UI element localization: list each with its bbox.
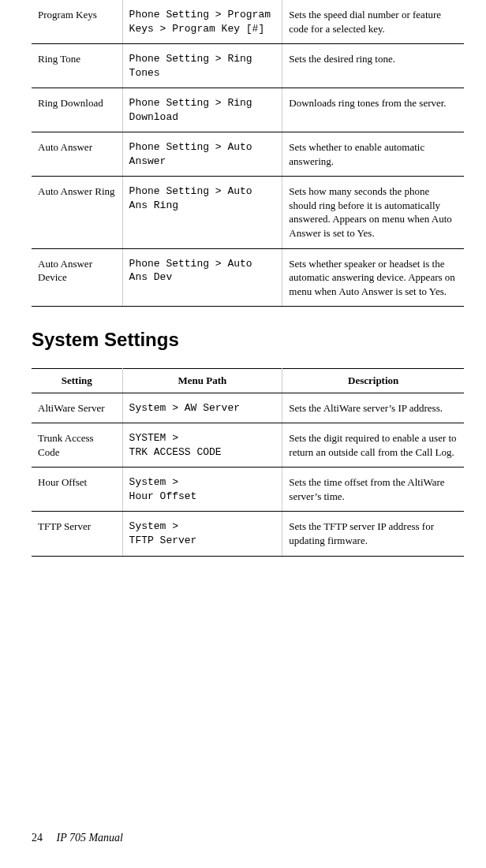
setting-description: Downloads ring tones from the server. bbox=[282, 88, 464, 132]
setting-description: Sets the speed dial number or feature co… bbox=[282, 0, 464, 44]
system-settings-table: Setting Menu Path Description AltiWare S… bbox=[32, 368, 464, 556]
setting-name: Hour Offset bbox=[32, 468, 122, 512]
menu-path: System > AW Server bbox=[122, 393, 282, 423]
setting-description: Sets the time offset from the AltiWare s… bbox=[282, 468, 464, 512]
menu-path: System > Hour Offset bbox=[122, 468, 282, 512]
menu-path: Phone Setting > Auto Ans Ring bbox=[122, 177, 282, 248]
header-description: Description bbox=[282, 369, 464, 393]
setting-name: TFTP Server bbox=[32, 512, 122, 556]
setting-description: Sets the TFTP server IP address for upda… bbox=[282, 512, 464, 556]
menu-path: Phone Setting > Ring Download bbox=[122, 88, 282, 132]
setting-description: Sets how many seconds the phone should r… bbox=[282, 177, 464, 248]
setting-description: Sets the digit required to enable a user… bbox=[282, 423, 464, 468]
menu-path: Phone Setting > Ring Tones bbox=[122, 44, 282, 88]
setting-name: Auto Answer Device bbox=[32, 248, 122, 307]
table-row: Ring Tone Phone Setting > Ring Tones Set… bbox=[32, 44, 464, 88]
table-header-row: Setting Menu Path Description bbox=[32, 369, 464, 393]
header-setting: Setting bbox=[32, 369, 122, 393]
menu-path: SYSTEM > TRK ACCESS CODE bbox=[122, 423, 282, 468]
phone-settings-table-continued: Program Keys Phone Setting > Program Key… bbox=[32, 0, 464, 307]
menu-path: Phone Setting > Auto Answer bbox=[122, 132, 282, 177]
setting-name: Auto Answer bbox=[32, 132, 122, 177]
table-row: Auto Answer Device Phone Setting > Auto … bbox=[32, 248, 464, 307]
setting-description: Sets whether speaker or headset is the a… bbox=[282, 248, 464, 307]
setting-name: Trunk Access Code bbox=[32, 423, 122, 468]
setting-name: AltiWare Server bbox=[32, 393, 122, 423]
table-row: TFTP Server System > TFTP Server Sets th… bbox=[32, 512, 464, 556]
menu-path: Phone Setting > Auto Ans Dev bbox=[122, 248, 282, 307]
table-row: Trunk Access Code SYSTEM > TRK ACCESS CO… bbox=[32, 423, 464, 468]
setting-description: Sets whether to enable automatic answeri… bbox=[282, 132, 464, 177]
table-row: Hour Offset System > Hour Offset Sets th… bbox=[32, 468, 464, 512]
setting-name: Ring Tone bbox=[32, 44, 122, 88]
setting-name: Program Keys bbox=[32, 0, 122, 44]
setting-name: Auto Answer Ring bbox=[32, 177, 122, 248]
section-heading-system-settings: System Settings bbox=[32, 329, 464, 351]
setting-description: Sets the desired ring tone. bbox=[282, 44, 464, 88]
table-row: Ring Download Phone Setting > Ring Downl… bbox=[32, 88, 464, 132]
menu-path: Phone Setting > Program Keys > Program K… bbox=[122, 0, 282, 44]
table-row: Program Keys Phone Setting > Program Key… bbox=[32, 0, 464, 44]
page-number: 24 bbox=[32, 832, 43, 844]
table-row: Auto Answer Ring Phone Setting > Auto An… bbox=[32, 177, 464, 248]
menu-path: System > TFTP Server bbox=[122, 512, 282, 556]
setting-description: Sets the AltiWare server’s IP address. bbox=[282, 393, 464, 423]
table-row: Auto Answer Phone Setting > Auto Answer … bbox=[32, 132, 464, 177]
manual-title: IP 705 Manual bbox=[57, 832, 124, 844]
setting-name: Ring Download bbox=[32, 88, 122, 132]
header-menu-path: Menu Path bbox=[122, 369, 282, 393]
page-footer: 24 IP 705 Manual bbox=[32, 832, 123, 844]
table-row: AltiWare Server System > AW Server Sets … bbox=[32, 393, 464, 423]
